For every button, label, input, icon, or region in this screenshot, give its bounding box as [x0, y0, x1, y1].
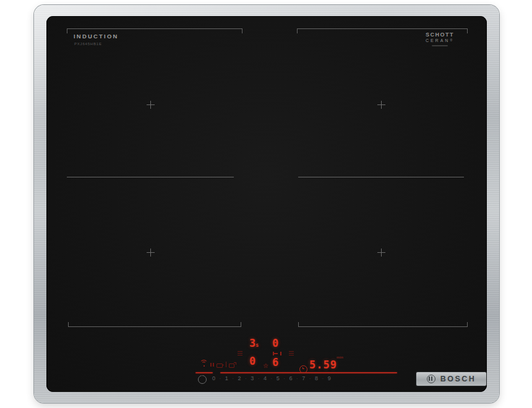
zone-center-cross-top-right	[377, 101, 385, 109]
timer-display[interactable]: 5.59	[309, 360, 337, 370]
zone-marking-bottom-right	[298, 322, 468, 327]
menu-icon-left[interactable]	[238, 351, 242, 355]
model-code: PXJ645HB1E	[74, 42, 102, 46]
level-key-6[interactable]: 6	[290, 376, 293, 381]
cooktop-steel-frame: INDUCTION PXJ645HB1E SCHOTT CERAN®	[34, 5, 499, 403]
boost-suffix: s	[255, 342, 259, 348]
brand-name: BOSCH	[440, 375, 476, 383]
level-key-2[interactable]: 2	[238, 376, 241, 381]
level-separator: ·	[232, 376, 234, 381]
bosch-anchor-icon	[427, 375, 435, 383]
zone-center-cross-bottom-right	[377, 249, 385, 257]
level-key-4[interactable]: 4	[264, 376, 267, 381]
cooktop-glass-surface: INDUCTION PXJ645HB1E SCHOTT CERAN®	[46, 16, 487, 392]
move-pan-icon	[229, 362, 236, 367]
zone-marking-bottom-left	[68, 322, 241, 327]
zone-marking-top-left	[67, 28, 242, 33]
level-key-1[interactable]: 1	[225, 376, 228, 381]
glass-brand-logo: SCHOTT CERAN®	[415, 32, 465, 46]
level-separator: ·	[309, 376, 311, 381]
wifi-icon	[200, 360, 208, 367]
pan-icon	[217, 362, 224, 367]
bridge-zone-icon	[273, 352, 281, 355]
zone-display-top-right[interactable]: 0	[272, 338, 278, 349]
level-key-8[interactable]: 8	[315, 376, 318, 381]
favorite-icon[interactable]: ☆	[263, 363, 268, 369]
zone-center-cross-top-left	[147, 101, 155, 109]
level-key-3[interactable]: 3	[251, 376, 254, 381]
zone-divider-left	[67, 177, 234, 177]
glass-brand-line2: CERAN®	[415, 38, 465, 43]
indicator-line-long	[220, 372, 397, 373]
level-key-9[interactable]: 9	[328, 376, 331, 381]
menu-icon-right[interactable]	[289, 351, 294, 355]
level-separator: ·	[220, 376, 221, 381]
registered-mark: ®	[450, 38, 454, 42]
timer-unit-label: min	[337, 355, 343, 359]
zone-display-bottom-right[interactable]: 6	[272, 357, 278, 368]
product-photo: INDUCTION PXJ645HB1E SCHOTT CERAN®	[0, 0, 532, 408]
zone-center-cross-bottom-left	[147, 249, 155, 257]
level-key-5[interactable]: 5	[277, 376, 280, 381]
zone-marking-top-right	[297, 28, 468, 33]
level-key-0[interactable]: 0	[212, 376, 215, 381]
zone-display-bottom-left[interactable]: 0	[249, 356, 255, 367]
level-separator: ·	[271, 376, 273, 381]
surface-label: INDUCTION	[74, 33, 119, 40]
pause-icon	[210, 362, 215, 367]
level-separator: ·	[283, 376, 285, 381]
glass-brand-subtext	[432, 45, 448, 46]
level-separator: ·	[245, 376, 247, 381]
icon-divider	[226, 362, 226, 367]
level-separator: ·	[296, 376, 298, 381]
level-key-7[interactable]: 7	[302, 376, 305, 381]
power-level-strip[interactable]: 0· 1· 2· 3· 4· 5· 6· 7· 8· 9	[212, 376, 331, 381]
level-separator: ·	[322, 376, 324, 381]
indicator-line-short	[195, 372, 213, 373]
level-separator: ·	[258, 376, 260, 381]
brand-badge: BOSCH	[416, 372, 486, 386]
power-button[interactable]	[198, 375, 207, 384]
zone-display-top-left[interactable]: 3s	[249, 338, 259, 349]
zone-divider-right	[298, 177, 464, 177]
